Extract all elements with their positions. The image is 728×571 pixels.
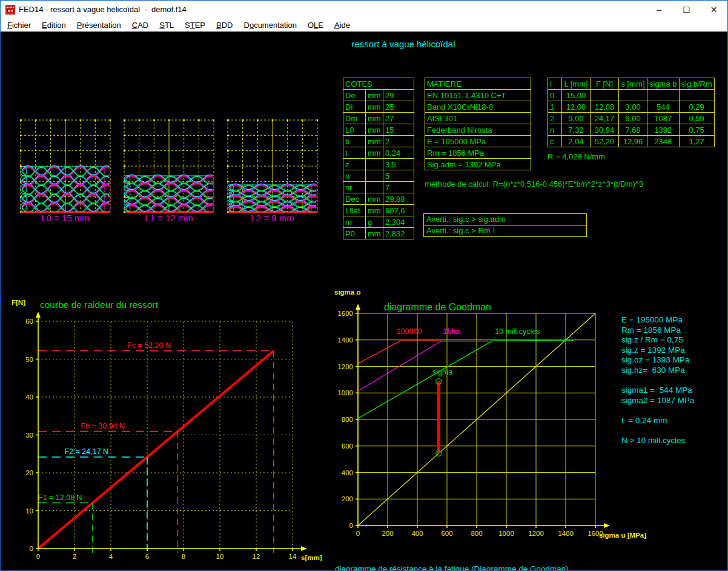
menu-item-step[interactable]: STEP	[179, 19, 211, 31]
maximize-button[interactable]: ☐	[673, 1, 700, 18]
page-title: ressort à vague hélicoïdal	[328, 39, 479, 49]
table-row: n7,3230,947,6813920,75	[548, 124, 715, 136]
table-cell: 7	[383, 182, 414, 193]
menu-item-stl[interactable]: STL	[154, 19, 179, 31]
table-row: AISI 301	[425, 113, 531, 124]
table-cell: i	[548, 78, 562, 90]
table-cell: 2,832	[383, 228, 414, 239]
menu-item-ole[interactable]: OLE	[302, 19, 329, 31]
menu-item-aide[interactable]: Aide	[329, 19, 356, 31]
table-cell: 29	[383, 90, 414, 101]
table-cell: 2,304	[383, 216, 414, 228]
table-cell: 607,6	[383, 205, 414, 216]
table-row: Lflatmm607,6	[343, 205, 414, 216]
svg-text:diagramme de Goodman: diagramme de Goodman	[384, 302, 491, 312]
table-cell: 6,00	[619, 113, 647, 124]
svg-text:1600: 1600	[337, 310, 353, 317]
goodman-diagram-chart: 1000001Mio.10 mill.cyclessigma0200400600…	[331, 285, 661, 543]
svg-text:600: 600	[441, 530, 452, 537]
svg-text:2: 2	[73, 553, 76, 560]
info-line: N > 10 mill.cycles	[621, 436, 694, 446]
window-controls: – ☐ ✕	[646, 1, 727, 18]
table-cell: 2	[548, 113, 562, 124]
menu-hotkey: C	[132, 21, 137, 30]
app-icon	[5, 5, 15, 15]
menu-item-cad[interactable]: CAD	[127, 19, 154, 31]
menu-item-documentation[interactable]: Documentation	[239, 19, 302, 31]
table-cell: 9,00	[562, 113, 591, 124]
table-row: bmm2	[343, 136, 414, 147]
info-line: sig.oz = 1393 MPa	[621, 355, 694, 366]
svg-text:800: 800	[471, 530, 482, 537]
table-cell: 25	[383, 101, 414, 113]
close-button[interactable]: ✕	[700, 1, 727, 18]
table-cell: 0	[548, 90, 562, 101]
table-cell: 52,20	[591, 136, 619, 147]
table-row: n5	[343, 170, 414, 182]
table-cell: 3,5	[383, 159, 414, 170]
menu-hotkey: P	[77, 21, 82, 30]
table-cell: mm	[366, 90, 383, 101]
table-cell: 15	[383, 124, 414, 136]
table-cell: De	[343, 90, 366, 101]
svg-text:10: 10	[216, 553, 224, 560]
title-bar: FED14 - ressort à vague hélicoïdal - dem…	[1, 1, 727, 18]
table-cell: z	[343, 159, 366, 170]
menu-hotkey: B	[216, 21, 222, 30]
menu-item-bdd[interactable]: BDD	[211, 19, 238, 31]
table-cell: MATIERE	[425, 78, 531, 90]
svg-text:s[mm]: s[mm]	[301, 554, 322, 561]
table-cell: t	[343, 147, 366, 159]
table-cell: 3,00	[619, 101, 647, 113]
table-cell: 1087	[647, 113, 680, 124]
info-spacer	[621, 406, 694, 416]
dimensions-table: COTESDemm29Dimm25Dmmm27L0mm15bmm2tmm0,24…	[343, 78, 414, 239]
table-cell: 27	[383, 113, 414, 124]
goodman-info-panel: E = 195000 MPaRm = 1856 MPasig.z / Rm = …	[621, 315, 694, 446]
info-spacer	[621, 376, 694, 386]
spring-length-label-l2: L2 = 9 mm	[227, 213, 318, 223]
menu-item-edition[interactable]: Edition	[36, 19, 71, 31]
table-row: Decmm29,88	[343, 193, 414, 205]
spring-drawing-l2	[227, 119, 318, 213]
menu-hotkey: L	[314, 21, 318, 30]
table-cell: COTES	[343, 78, 414, 90]
table-cell: mm	[366, 136, 383, 147]
info-line: t = 0,24 mm	[621, 416, 694, 426]
svg-text:600: 600	[342, 442, 353, 450]
table-cell: EN 10151-1.4310 C+T	[425, 90, 531, 101]
footer-note-line-1: diagramme de résistance à la fatique (Di…	[335, 565, 569, 571]
table-row: 112,0012,083,005440,29	[548, 101, 715, 113]
menu-item-presentation[interactable]: Présentation	[71, 19, 127, 31]
table-cell: E = 195000 MPa	[425, 136, 531, 147]
table-cell: Rm = 1856 MPa	[425, 147, 531, 159]
app-window: FED14 - ressort à vague hélicoïdal - dem…	[0, 0, 728, 571]
info-line: E = 195000 MPa	[621, 315, 694, 326]
svg-text:12: 12	[253, 553, 260, 560]
svg-text:sigma u [MPa]: sigma u [MPa]	[599, 532, 646, 539]
table-cell: mm	[366, 101, 383, 113]
minimize-button[interactable]: –	[646, 1, 673, 18]
table-cell	[679, 90, 714, 101]
svg-text:1400: 1400	[558, 530, 574, 537]
svg-text:1000: 1000	[337, 389, 353, 396]
svg-text:8: 8	[182, 553, 185, 560]
svg-text:200: 200	[382, 530, 393, 537]
table-row: c2,0452,2012,9623481,27	[548, 136, 715, 147]
warning-message-2: Averti.: sig.c > Rm !	[423, 225, 587, 237]
table-cell: n	[343, 170, 366, 182]
menu-hotkey: A	[334, 21, 340, 30]
table-cell: 0,59	[679, 113, 714, 124]
menu-hotkey: o	[250, 21, 254, 30]
table-cell: g	[366, 216, 383, 228]
info-line: sigma2 = 1087 MPa	[621, 396, 694, 406]
svg-text:400: 400	[411, 530, 423, 537]
menu-item-fichier[interactable]: Fichier	[2, 19, 36, 31]
svg-text:sigma o: sigma o	[334, 289, 360, 296]
spring-length-label-l1: L1 = 12 mm	[124, 213, 214, 223]
info-line: sig.hz= 630 MPa	[621, 366, 694, 376]
table-cell: 544	[647, 101, 680, 113]
table-cell: sigma b	[647, 78, 680, 90]
menu-bar: FichierEditionPrésentationCADSTLSTEPBDDD…	[1, 18, 727, 32]
table-row: Band X10CrNi18-8	[425, 101, 531, 113]
